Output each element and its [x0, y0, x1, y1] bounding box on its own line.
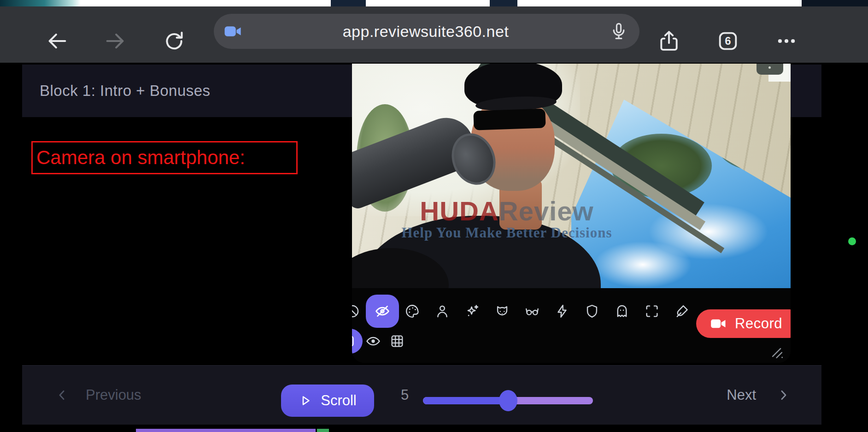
- resize-handle-icon[interactable]: [769, 345, 785, 363]
- slider-thumb[interactable]: [499, 390, 517, 411]
- filter-icon-row: [352, 303, 690, 319]
- lightning-icon[interactable]: [554, 303, 570, 319]
- phone-screen: app.reviewsuite360.net 6 Block 1: Intro …: [0, 0, 868, 432]
- glasses-icon[interactable]: [524, 303, 540, 319]
- eye-off-icon[interactable]: [375, 303, 390, 319]
- slider-value: 5: [401, 366, 409, 425]
- background-video-strip: [0, 0, 868, 6]
- annotation-box: Camera on smartphone:: [31, 141, 298, 174]
- watermark-brand-red: HUDA: [420, 196, 499, 226]
- censor-bar: [473, 108, 545, 130]
- browser-toolbar: app.reviewsuite360.net 6: [0, 6, 868, 63]
- forward-icon[interactable]: [102, 28, 128, 54]
- footer-navigation: Previous Scroll 5 Next: [22, 365, 821, 425]
- camera-preview[interactable]: HUDAReview Help You Make Better Decision…: [352, 64, 791, 288]
- slash-circle-icon[interactable]: [352, 303, 360, 319]
- shield-icon[interactable]: [584, 303, 600, 319]
- phone-mirror-icon[interactable]: [352, 329, 363, 354]
- sparkles-icon[interactable]: [464, 303, 480, 319]
- paintbrush-icon[interactable]: [674, 303, 690, 319]
- annotation-text: Camera on smartphone:: [36, 147, 245, 169]
- camera-toolbar: Record: [352, 288, 791, 363]
- camera-active-indicator: [848, 237, 856, 245]
- ghost-icon[interactable]: [614, 303, 630, 319]
- watermark-brand-grey: Review: [499, 196, 594, 226]
- scroll-label: Scroll: [321, 392, 357, 409]
- next-label: Next: [727, 387, 756, 403]
- url-text[interactable]: app.reviewsuite360.net: [243, 23, 608, 41]
- watermark-tagline: Help You Make Better Decisions: [369, 225, 645, 241]
- previous-label: Previous: [86, 387, 141, 403]
- microphone-icon[interactable]: [608, 21, 629, 42]
- palette-icon[interactable]: [405, 303, 420, 319]
- person-icon[interactable]: [434, 303, 450, 319]
- tab-switcher-icon[interactable]: 6: [715, 28, 741, 54]
- previous-button[interactable]: Previous: [55, 366, 141, 425]
- record-camera-icon: [709, 314, 727, 333]
- back-icon[interactable]: [44, 28, 70, 54]
- scan-frame-icon[interactable]: [644, 303, 660, 319]
- record-label: Record: [735, 315, 782, 332]
- reload-icon[interactable]: [161, 28, 187, 54]
- address-bar[interactable]: app.reviewsuite360.net: [214, 14, 639, 49]
- next-button[interactable]: Next: [727, 366, 790, 425]
- watermark: HUDAReview Help You Make Better Decision…: [369, 197, 645, 240]
- widget-collapse-handle[interactable]: [757, 64, 783, 75]
- cat-icon[interactable]: [494, 303, 510, 319]
- play-icon: [299, 394, 312, 408]
- share-icon[interactable]: [656, 28, 682, 54]
- background-scrubber-strip: [0, 429, 868, 432]
- chevron-right-icon: [776, 388, 790, 402]
- grid-icon[interactable]: [389, 333, 405, 349]
- tab-count: 6: [725, 35, 731, 47]
- chevron-left-icon: [55, 388, 69, 402]
- block-title: Block 1: Intro + Bonuses: [40, 82, 211, 100]
- eye-icon[interactable]: [365, 333, 381, 349]
- camera-widget: HUDAReview Help You Make Better Decision…: [352, 64, 791, 363]
- video-camera-icon: [222, 21, 243, 42]
- scroll-button[interactable]: Scroll: [281, 385, 374, 417]
- record-button[interactable]: Record: [696, 309, 791, 338]
- ellipsis-menu-icon[interactable]: [774, 28, 799, 54]
